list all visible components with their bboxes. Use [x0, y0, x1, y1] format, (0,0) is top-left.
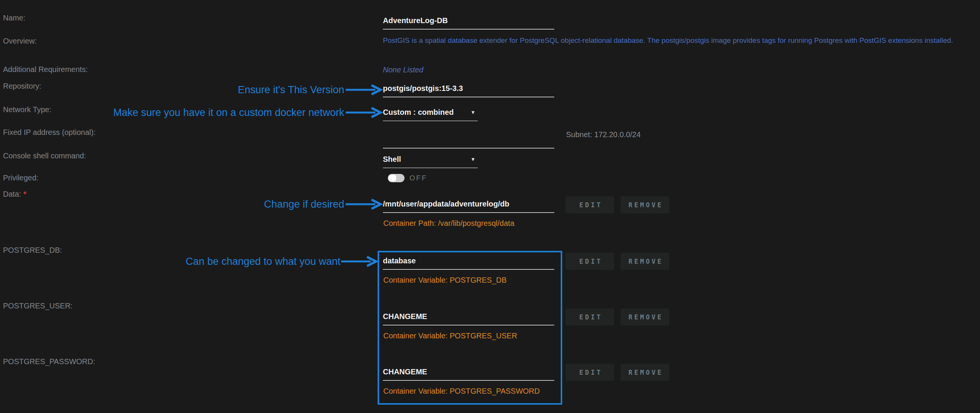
- chevron-down-icon: ▼: [471, 156, 476, 162]
- arrow-right-icon: [340, 256, 379, 267]
- network-type-select[interactable]: Custom : combined ▼: [383, 104, 478, 121]
- data-container-path-note: Container Path: /var/lib/postgresql/data: [383, 219, 514, 228]
- postgres-db-remove-button[interactable]: REMOVE: [620, 253, 669, 270]
- postgres-password-edit-button[interactable]: EDIT: [566, 364, 614, 381]
- postgres-user-label: POSTGRES_USER:: [3, 302, 72, 310]
- data-label: Data:*: [3, 190, 27, 199]
- annotation-data: Change if desired: [264, 199, 344, 210]
- data-remove-button[interactable]: REMOVE: [620, 196, 669, 213]
- toggle-knob-icon: [388, 175, 396, 181]
- chevron-down-icon: ▼: [471, 110, 476, 115]
- postgres-user-edit-button[interactable]: EDIT: [566, 308, 614, 326]
- network-type-label: Network Type:: [3, 105, 51, 114]
- data-edit-button[interactable]: EDIT: [566, 196, 614, 213]
- postgres-user-variable-note: Container Variable: POSTGRES_USER: [383, 332, 517, 340]
- subnet-note: Subnet: 172.20.0.0/24: [566, 130, 641, 139]
- name-label: Name:: [3, 14, 25, 22]
- name-input[interactable]: [383, 12, 554, 30]
- postgres-db-input[interactable]: [383, 253, 554, 270]
- data-path-input[interactable]: [383, 195, 554, 213]
- postgres-highlight-box: [378, 251, 562, 405]
- repository-input[interactable]: [383, 80, 554, 97]
- additional-requirements-value: None Listed: [383, 65, 423, 74]
- arrow-right-icon: [345, 84, 383, 96]
- additional-requirements-label: Additional Requirements:: [3, 65, 88, 74]
- overview-label: Overview:: [3, 37, 37, 46]
- console-shell-select[interactable]: Shell ▼: [383, 151, 478, 168]
- fixed-ip-label: Fixed IP address (optional):: [3, 128, 95, 137]
- required-asterisk: *: [24, 190, 27, 198]
- postgres-password-input[interactable]: [383, 363, 554, 381]
- repository-label: Repository:: [3, 82, 41, 91]
- data-label-text: Data:: [3, 190, 21, 198]
- annotation-repository: Ensure it's This Version: [238, 84, 344, 96]
- overview-text: PostGIS is a spatial database extender f…: [383, 37, 977, 45]
- postgres-user-remove-button[interactable]: REMOVE: [620, 308, 669, 326]
- postgres-password-label: POSTGRES_PASSWORD:: [3, 357, 95, 366]
- annotation-network: Make sure you have it on a custom docker…: [113, 107, 344, 119]
- postgres-db-variable-note: Container Variable: POSTGRES_DB: [383, 276, 506, 284]
- privileged-state-label: OFF: [409, 174, 427, 182]
- privileged-toggle[interactable]: [388, 174, 404, 182]
- postgres-db-edit-button[interactable]: EDIT: [566, 253, 614, 270]
- postgres-password-remove-button[interactable]: REMOVE: [620, 364, 669, 381]
- network-type-value: Custom : combined: [383, 108, 454, 117]
- postgres-password-variable-note: Container Variable: POSTGRES_PASSWORD: [383, 387, 540, 396]
- console-shell-value: Shell: [383, 155, 401, 164]
- fixed-ip-input[interactable]: [383, 131, 554, 149]
- postgres-user-input[interactable]: [383, 308, 554, 326]
- postgres-db-label: POSTGRES_DB:: [3, 246, 62, 255]
- privileged-label: Privileged:: [3, 173, 38, 182]
- docker-container-settings-form: Name: Overview: Additional Requirements:…: [0, 0, 980, 413]
- arrow-right-icon: [345, 106, 383, 119]
- console-shell-command-label: Console shell command:: [3, 152, 86, 160]
- arrow-right-icon: [345, 198, 383, 210]
- annotation-postgres-db: Can be changed to what you want: [186, 256, 340, 267]
